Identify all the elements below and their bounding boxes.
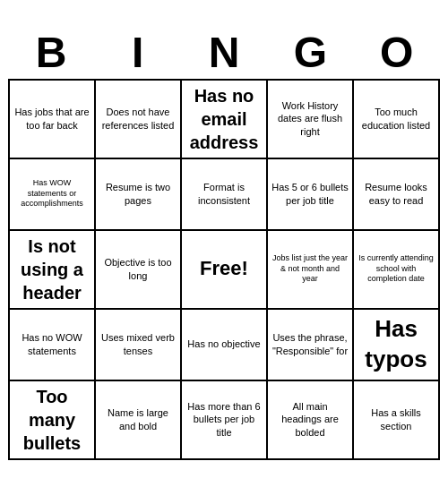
cell-15: Has no WOW statements xyxy=(10,310,96,381)
cell-7: Format is inconsistent xyxy=(182,159,268,231)
cell-17: Has no objective xyxy=(182,310,268,381)
title-i: I xyxy=(98,28,178,77)
title-n: N xyxy=(184,28,264,77)
cell-13: Jobs list just the year & not month and … xyxy=(268,231,354,310)
cell-24: Has a skills section xyxy=(354,381,440,460)
cell-20: Too many bullets xyxy=(10,381,96,460)
cell-21: Name is large and bold xyxy=(96,381,182,460)
cell-18: Uses the phrase, "Responsible" for xyxy=(268,310,354,381)
cell-8: Has 5 or 6 bullets per job title xyxy=(268,159,354,231)
cell-0: Has jobs that are too far back xyxy=(10,81,96,159)
cell-19: Has typos xyxy=(354,310,440,381)
cell-23: All main headings are bolded xyxy=(268,381,354,460)
cell-1: Does not have references listed xyxy=(96,81,182,159)
bingo-grid: Has jobs that are too far back Does not … xyxy=(8,79,440,460)
bingo-title: B I N G O xyxy=(8,28,440,77)
cell-14: Is currently attending school with compl… xyxy=(354,231,440,310)
cell-3: Work History dates are flush right xyxy=(268,81,354,159)
cell-9: Resume looks easy to read xyxy=(354,159,440,231)
cell-12-free: Free! xyxy=(182,231,268,310)
cell-10: Is not using a header xyxy=(10,231,96,310)
cell-22: Has more than 6 bullets per job title xyxy=(182,381,268,460)
bingo-card: B I N G O Has jobs that are too far back… xyxy=(4,24,444,464)
title-o: O xyxy=(357,28,437,77)
title-g: G xyxy=(270,28,350,77)
cell-2: Has no email address xyxy=(182,81,268,159)
cell-6: Resume is two pages xyxy=(96,159,182,231)
cell-16: Uses mixed verb tenses xyxy=(96,310,182,381)
cell-4: Too much education listed xyxy=(354,81,440,159)
cell-11: Objective is too long xyxy=(96,231,182,310)
cell-5: Has WOW statements or accomplishments xyxy=(10,159,96,231)
title-b: B xyxy=(11,28,91,77)
